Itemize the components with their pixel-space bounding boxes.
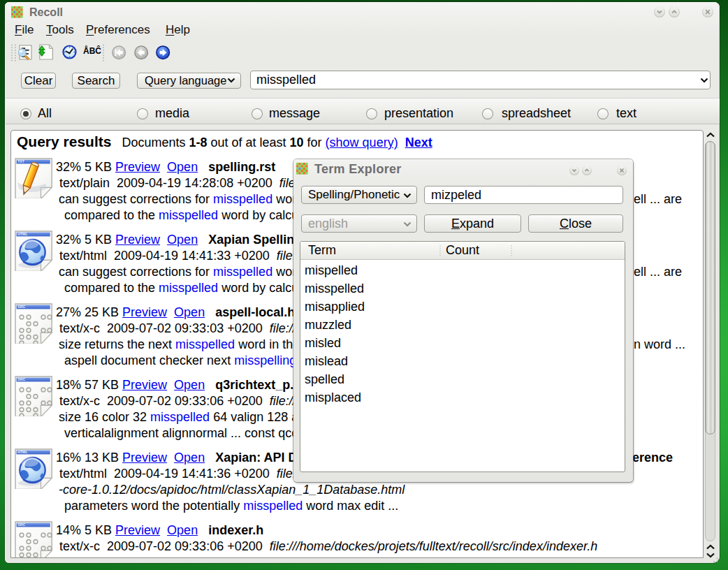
svg-text:HTML: HTML [17,450,28,454]
svg-text:SRC: SRC [17,377,25,381]
svg-text:HTML: HTML [17,232,28,236]
svg-text:TXT: TXT [17,159,25,163]
svg-text:SRC: SRC [17,305,25,309]
svg-text:SRC: SRC [17,522,25,527]
